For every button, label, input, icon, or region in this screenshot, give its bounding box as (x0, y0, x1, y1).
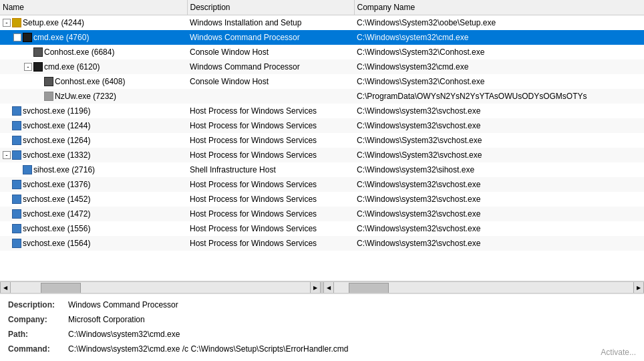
process-icon (44, 92, 53, 101)
process-name-cell: svchost.exe (1196) (0, 104, 187, 118)
col-header-path[interactable]: Company Name (354, 0, 644, 15)
main-container: Name Description Company Name -Setup.exe… (0, 0, 644, 361)
scrollbar-left-thumb[interactable] (41, 283, 81, 293)
table-row[interactable]: svchost.exe (1376)Host Process for Windo… (0, 177, 644, 192)
col-header-name[interactable]: Name (0, 0, 187, 15)
process-name: Conhost.exe (6684) (44, 47, 114, 57)
table-row[interactable]: svchost.exe (1472)Host Process for Windo… (0, 207, 644, 221)
scrollbar-area: ◀ ▶ ◀ ▶ (0, 281, 644, 293)
scroll-right-arrow[interactable]: ▶ (633, 282, 644, 293)
table-header-row: Name Description Company Name (0, 0, 644, 15)
table-row[interactable]: Conhost.exe (6408)Console Window HostC:\… (0, 74, 644, 89)
process-name: cmd.exe (6120) (44, 62, 100, 72)
process-name: sihost.exe (2716) (33, 165, 95, 174)
process-name: svchost.exe (1244) (23, 121, 90, 130)
table-row[interactable]: svchost.exe (1264)Host Process for Windo… (0, 133, 644, 148)
process-name: svchost.exe (1196) (23, 106, 90, 116)
scrollbar-right[interactable]: ◀ ▶ (323, 282, 644, 293)
process-name-cell: -cmd.exe (4760) (0, 30, 187, 45)
process-icon (33, 62, 43, 72)
table-row[interactable]: Conhost.exe (6684)Console Window HostC:\… (0, 45, 644, 59)
process-desc-cell: Host Process for Windows Services (187, 192, 354, 207)
scrollbar-left[interactable]: ◀ ▶ (0, 282, 321, 293)
table-row[interactable]: -svchost.exe (1332)Host Process for Wind… (0, 148, 644, 162)
expand-icon[interactable]: - (3, 19, 11, 27)
col-header-desc[interactable]: Description (187, 0, 354, 15)
process-icon (12, 150, 21, 160)
table-row[interactable]: svchost.exe (1556)Host Process for Windo… (0, 221, 644, 236)
process-name-cell: Conhost.exe (6684) (0, 45, 187, 59)
process-name-cell: svchost.exe (1376) (0, 177, 187, 192)
process-desc-cell: Host Process for Windows Services (187, 177, 354, 192)
process-name: Setup.exe (4244) (23, 18, 84, 27)
expand-icon[interactable]: - (3, 151, 11, 159)
process-desc-cell: Host Process for Windows Services (187, 236, 354, 251)
process-name-cell: svchost.exe (1452) (0, 192, 187, 207)
process-table: Name Description Company Name -Setup.exe… (0, 0, 644, 251)
process-path-cell: C:\Windows\System32\svchost.exe (354, 148, 644, 162)
process-name-cell: Conhost.exe (6408) (0, 74, 187, 89)
info-company-row: Company: Microsoft Corporation (8, 313, 636, 326)
table-row[interactable]: svchost.exe (1564)Host Process for Windo… (0, 236, 644, 251)
table-row[interactable]: svchost.exe (1196)Host Process for Windo… (0, 104, 644, 118)
description-value: Windows Command Processor (68, 298, 178, 312)
process-desc-cell: Console Window Host (187, 74, 354, 89)
process-name: NzUw.exe (7232) (55, 92, 116, 101)
process-tree-area[interactable]: Name Description Company Name -Setup.exe… (0, 0, 644, 281)
process-icon (12, 121, 21, 130)
process-name-cell: svchost.exe (1244) (0, 118, 187, 133)
table-row[interactable]: -Setup.exe (4244)Windows Installation an… (0, 15, 644, 31)
scroll-left-arrow[interactable]: ◀ (0, 282, 11, 293)
process-path-cell: C:\Windows\System32\Conhost.exe (354, 45, 644, 59)
process-name: svchost.exe (1376) (23, 180, 90, 189)
process-desc-cell: Host Process for Windows Services (187, 133, 354, 148)
process-desc-cell: Windows Installation and Setup (187, 15, 354, 31)
company-label: Company: (8, 313, 68, 326)
process-path-cell: C:\Windows\System32\Conhost.exe (354, 74, 644, 89)
path-label: Path: (8, 328, 68, 341)
process-name-cell: -cmd.exe (6120) (0, 59, 187, 74)
process-path-cell: C:\Windows\system32\svchost.exe (354, 207, 644, 221)
process-name-cell: svchost.exe (1264) (0, 133, 187, 148)
scroll-left-arrow-right[interactable]: ◀ (323, 282, 334, 293)
activate-watermark: Activate... (601, 348, 636, 357)
process-desc-cell: Host Process for Windows Services (187, 104, 354, 118)
process-name-cell: NzUw.exe (7232) (0, 89, 187, 104)
process-path-cell: C:\Windows\System32\svchost.exe (354, 133, 644, 148)
process-name: cmd.exe (4760) (33, 33, 89, 42)
path-value: C:\Windows\system32\cmd.exe (68, 328, 180, 341)
process-path-cell: C:\Windows\system32\svchost.exe (354, 104, 644, 118)
scroll-right-arrow-left[interactable]: ▶ (310, 282, 321, 293)
process-desc-cell: Windows Command Processor (187, 30, 354, 45)
table-row[interactable]: NzUw.exe (7232)C:\ProgramData\OWYsN2YsN2… (0, 89, 644, 104)
process-path-cell: C:\ProgramData\OWYsN2YsN2YsYTAsOWUsODYsO… (354, 89, 644, 104)
process-desc-cell: Host Process for Windows Services (187, 221, 354, 236)
info-panel: Description: Windows Command Processor C… (0, 293, 644, 361)
table-row[interactable]: svchost.exe (1452)Host Process for Windo… (0, 192, 644, 207)
process-path-cell: C:\Windows\system32\cmd.exe (354, 59, 644, 74)
scrollbar-right-thumb[interactable] (349, 283, 389, 293)
table-row[interactable]: svchost.exe (1244)Host Process for Windo… (0, 118, 644, 133)
scrollbar-right-track[interactable] (334, 282, 633, 293)
process-name-cell: -svchost.exe (1332) (0, 148, 187, 162)
process-path-cell: C:\Windows\system32\sihost.exe (354, 162, 644, 177)
scrollbar-left-track[interactable] (11, 282, 310, 293)
table-row[interactable]: -cmd.exe (6120)Windows Command Processor… (0, 59, 644, 74)
process-path-cell: C:\Windows\system32\cmd.exe (354, 30, 644, 45)
process-icon (33, 47, 43, 57)
process-icon (12, 136, 21, 145)
process-desc-cell: Shell Infrastructure Host (187, 162, 354, 177)
command-value: C:\Windows\system32\cmd.exe /c C:\Window… (68, 342, 348, 356)
process-icon (12, 209, 21, 219)
table-row[interactable]: -cmd.exe (4760)Windows Command Processor… (0, 30, 644, 45)
process-desc-cell: Host Process for Windows Services (187, 118, 354, 133)
process-desc-cell: Windows Command Processor (187, 59, 354, 74)
expand-icon[interactable]: - (24, 63, 32, 71)
process-name: svchost.exe (1332) (23, 150, 90, 160)
process-desc-cell: Host Process for Windows Services (187, 207, 354, 221)
expand-icon[interactable]: - (13, 33, 21, 41)
process-path-cell: C:\Windows\system32\svchost.exe (354, 192, 644, 207)
table-row[interactable]: sihost.exe (2716)Shell Infrastructure Ho… (0, 162, 644, 177)
process-name-cell: svchost.exe (1556) (0, 221, 187, 236)
process-desc-cell (187, 89, 354, 104)
